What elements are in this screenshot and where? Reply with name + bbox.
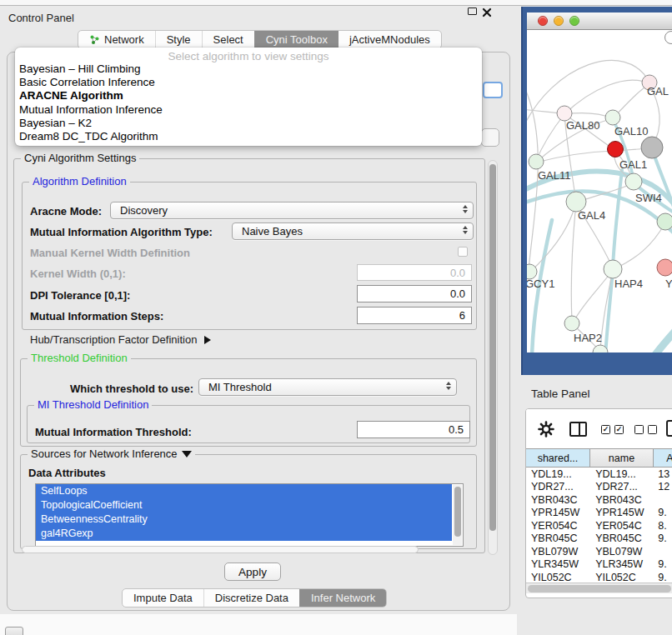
node-green-right[interactable] xyxy=(657,213,672,230)
node-label-gcy1: GCY1 xyxy=(527,278,554,290)
dpi-tolerance-label: DPI Tolerance [0,1]: xyxy=(30,289,130,302)
tab-impute-data[interactable]: Impute Data xyxy=(123,589,203,607)
node-gal10[interactable] xyxy=(605,110,620,125)
dropdown-item-mutual-information[interactable]: Mutual Information Inference xyxy=(15,103,482,117)
aracne-mode-select[interactable]: Discovery xyxy=(110,202,474,219)
table-row[interactable]: YER054C YER054C 8. xyxy=(526,519,672,532)
column-header-name[interactable]: name xyxy=(590,448,654,468)
dropdown-item-bayesian-k2[interactable]: Bayesian – K2 xyxy=(15,117,482,130)
node-partial-corner[interactable] xyxy=(665,32,672,44)
checked-checkbox-icon[interactable]: ✓ xyxy=(601,425,610,434)
tab-network-label: Network xyxy=(104,33,144,46)
dpi-tolerance-input[interactable]: 0.0 xyxy=(357,285,472,302)
mi-threshold-title: MI Threshold Definition xyxy=(34,398,152,411)
unchecked-checkbox-icon[interactable] xyxy=(634,425,644,434)
node-gray-hub[interactable] xyxy=(641,137,663,158)
tab-discretize-data[interactable]: Discretize Data xyxy=(203,589,299,607)
network-view-window: GAL GAL80 GAL10 GAL1 GAL11 SWI4 GAL4 GCY… xyxy=(521,7,672,375)
table-row[interactable]: YIL052C YIL052C 9. xyxy=(526,571,672,582)
node-label-y-partial: Y xyxy=(665,278,672,290)
node-salmon-right[interactable] xyxy=(657,259,672,276)
zoom-traffic-light[interactable] xyxy=(569,16,579,26)
top-strip xyxy=(0,0,672,6)
manual-kernel-width-label: Manual Kernel Width Definition xyxy=(30,247,190,259)
node-label-hap4: HAP4 xyxy=(614,278,643,290)
manual-kernel-width-checkbox[interactable] xyxy=(458,247,468,257)
settings-vertical-scrollbar[interactable] xyxy=(488,160,498,555)
disclosure-down-icon[interactable] xyxy=(182,451,192,458)
close-traffic-light[interactable] xyxy=(538,16,548,26)
float-window-icon[interactable] xyxy=(468,8,477,15)
control-panel-tabs: Network Style Select Cyni Toolbox jActiv… xyxy=(78,30,442,49)
column-header-shared-name[interactable]: shared... xyxy=(526,448,590,468)
checked-checkbox-icon[interactable]: ✓ xyxy=(614,425,624,434)
table-panel: ✓ ✓ shared... name A YDL19... YDL19... 1… xyxy=(525,408,672,598)
gear-icon[interactable] xyxy=(538,421,554,441)
aracne-mode-label: Aracne Mode: xyxy=(30,205,102,218)
unchecked-checkbox-icon[interactable] xyxy=(648,425,657,434)
apply-button[interactable]: Apply xyxy=(224,562,281,581)
list-item-topologicalcoefficient[interactable]: TopologicalCoefficient xyxy=(36,498,452,512)
control-panel-title: Control Panel xyxy=(8,12,74,24)
tab-network[interactable]: Network xyxy=(78,31,155,48)
dropdown-item-basic-correlation[interactable]: Basic Correlation Inference xyxy=(15,76,482,89)
node-label-gal1: GAL1 xyxy=(619,158,647,171)
dropdown-item-bayesian-hill-climbing[interactable]: Bayesian – Hill Climbing xyxy=(15,62,482,76)
column-header-partial[interactable]: A xyxy=(654,448,672,468)
table-row[interactable]: YBL079W YBL079W xyxy=(526,545,672,558)
tab-infer-network[interactable]: Infer Network xyxy=(299,589,386,607)
node-label-gal10: GAL10 xyxy=(614,125,648,138)
mi-threshold-input[interactable]: 0.5 xyxy=(357,421,470,438)
node-gal11[interactable] xyxy=(529,154,544,169)
partial-toolbar-icon[interactable] xyxy=(666,420,672,437)
combo-stepper-icon xyxy=(463,226,468,234)
split-panel-icon[interactable] xyxy=(569,422,587,437)
table-row[interactable]: YBR045C YBR045C 9. xyxy=(526,532,672,546)
bottom-strip xyxy=(0,614,517,635)
inference-algorithm-combo-fragment xyxy=(483,82,503,98)
dropdown-placeholder: Select algorithm to view settings xyxy=(15,48,482,62)
table-horizontal-scrollbar[interactable] xyxy=(526,582,672,593)
bottom-left-button[interactable] xyxy=(5,627,23,635)
mi-steps-label: Mutual Information Steps: xyxy=(30,310,163,322)
table-row[interactable]: YBR043C YBR043C xyxy=(526,493,672,507)
settings-horizontal-scrollbar[interactable] xyxy=(22,546,419,553)
threshold-definition-title: Threshold Definition xyxy=(28,352,131,364)
minimize-traffic-light[interactable] xyxy=(554,16,564,26)
tab-select[interactable]: Select xyxy=(202,31,254,48)
table-row[interactable]: YDL19... YDL19... 13 xyxy=(526,468,672,481)
list-item-betweennesscentrality[interactable]: BetweennessCentrality xyxy=(36,512,452,527)
close-icon[interactable] xyxy=(482,6,492,16)
node-gal1-selected[interactable] xyxy=(608,142,624,158)
control-panel-titlebar: Control Panel xyxy=(0,7,517,28)
tab-cyni-toolbox[interactable]: Cyni Toolbox xyxy=(254,31,339,48)
hub-definition-disclosure[interactable]: Hub/Transcription Factor Definition xyxy=(30,333,211,346)
table-rows: YDL19... YDL19... 13 YDR27... YDR27... 1… xyxy=(526,468,672,582)
mi-algorithm-type-select[interactable]: Naive Bayes xyxy=(232,222,474,240)
node-swi4[interactable] xyxy=(625,173,642,190)
node-label-gal: GAL xyxy=(647,85,669,98)
table-header: shared... name A xyxy=(526,448,672,468)
which-threshold-label: Which threshold to use: xyxy=(70,382,193,395)
which-threshold-select[interactable]: MI Threshold xyxy=(198,378,457,396)
disclosure-right-icon xyxy=(204,336,211,344)
kernel-width-input[interactable]: 0.0 xyxy=(357,264,472,281)
table-row[interactable]: YPR145W YPR145W 9. xyxy=(526,507,672,520)
node-label-gal80: GAL80 xyxy=(566,119,599,132)
dropdown-item-aracne[interactable]: ARACNE Algorithm xyxy=(15,89,482,102)
algorithm-definition-title: Algorithm Definition xyxy=(29,175,130,188)
tab-jactivemnodules[interactable]: jActiveMNodules xyxy=(339,31,441,48)
table-row[interactable]: YLR345W YLR345W 9. xyxy=(526,558,672,572)
node-hap2[interactable] xyxy=(564,316,579,331)
tab-style[interactable]: Style xyxy=(155,31,202,48)
dropdown-item-dream8[interactable]: Dream8 DC_TDC Algorithm xyxy=(15,130,482,143)
table-row[interactable]: YDR27... YDR27... 12 xyxy=(526,481,672,494)
node-label-gal4: GAL4 xyxy=(578,209,605,222)
list-item-gal4rgexp[interactable]: gal4RGexp xyxy=(36,527,452,541)
list-item-selfloops[interactable]: SelfLoops xyxy=(36,484,452,498)
mi-steps-input[interactable]: 6 xyxy=(357,307,472,324)
list-vertical-scrollbar[interactable] xyxy=(453,485,462,545)
cyni-mode-tabs: Impute Data Discretize Data Infer Networ… xyxy=(122,588,387,608)
network-canvas[interactable]: GAL GAL80 GAL10 GAL1 GAL11 SWI4 GAL4 GCY… xyxy=(527,30,672,352)
node-hap4[interactable] xyxy=(604,260,622,278)
